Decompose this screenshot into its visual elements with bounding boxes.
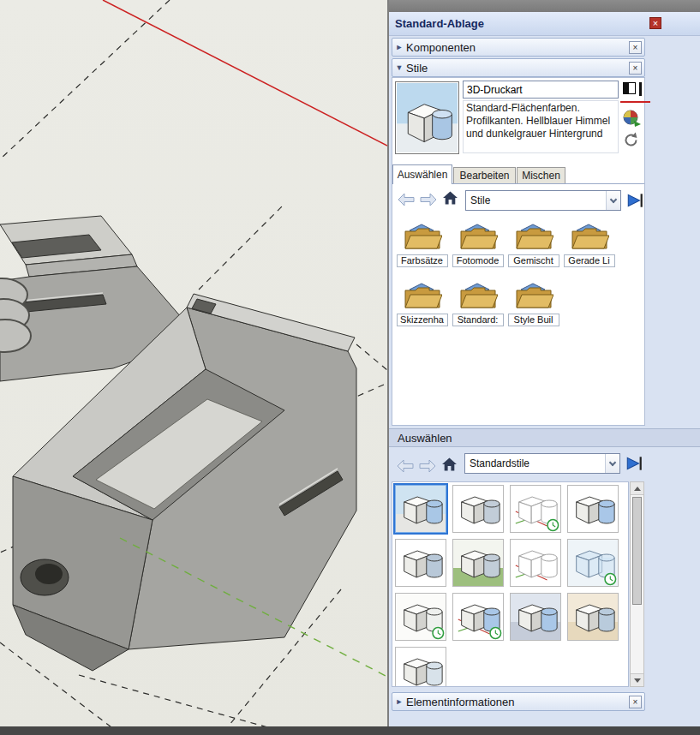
- triangle-down-icon: [634, 678, 641, 683]
- style-folder[interactable]: Standard:: [450, 279, 506, 326]
- style-thumbnail[interactable]: [567, 593, 619, 641]
- folder-icon: [514, 279, 553, 312]
- secondary-pane-toggle-bar: [639, 82, 642, 96]
- update-clock-icon: [490, 628, 501, 639]
- style-thumbnail-image: [453, 540, 503, 586]
- refresh-style-icon[interactable]: [622, 131, 640, 149]
- expand-arrow-icon: ►: [392, 43, 406, 51]
- style-thumbnail[interactable]: [452, 593, 504, 641]
- dropdown-value: Standardstile: [465, 457, 605, 469]
- style-thumbnail-image: [568, 486, 618, 532]
- chevron-down-icon[interactable]: [606, 191, 620, 210]
- style-thumbnail[interactable]: [395, 647, 446, 687]
- section-close-button[interactable]: ×: [629, 41, 642, 54]
- style-thumbnail-image: [453, 486, 503, 532]
- tab-bearbeiten[interactable]: Bearbeiten: [453, 167, 516, 183]
- current-style-preview[interactable]: [395, 81, 459, 154]
- dropdown-value: Stile: [466, 194, 606, 206]
- style-thumbnail-image: [568, 594, 618, 640]
- forward-button[interactable]: [418, 458, 437, 474]
- red-axis-line: [103, 0, 387, 146]
- red-axis-artifact: [620, 101, 650, 103]
- scroll-up-button[interactable]: [631, 482, 643, 495]
- back-button[interactable]: [397, 192, 416, 207]
- folder-icon: [403, 279, 442, 312]
- style-thumbnail-list: [392, 481, 629, 687]
- home-icon: [441, 457, 458, 472]
- tab-auswaehlen[interactable]: Auswählen: [392, 164, 452, 184]
- section-label: Elementinformationen: [406, 696, 514, 708]
- styles-collection-dropdown[interactable]: Stile: [465, 190, 621, 211]
- forward-button[interactable]: [419, 192, 438, 207]
- back-button[interactable]: [396, 458, 415, 474]
- folder-label: Skizzenha: [397, 314, 448, 326]
- home-button[interactable]: [441, 457, 458, 472]
- folder-label: Fotomode: [452, 254, 504, 267]
- 3d-viewport[interactable]: [0, 0, 387, 735]
- style-folder[interactable]: Skizzenha: [394, 279, 450, 326]
- tray-top-strip: [389, 0, 700, 12]
- style-folder[interactable]: Gemischt: [506, 220, 561, 267]
- update-clock-icon: [605, 574, 616, 585]
- details-arrow-button[interactable]: [625, 190, 644, 211]
- style-folder[interactable]: Gerade Li: [561, 220, 617, 267]
- update-clock-icon: [547, 520, 559, 531]
- section-bar-stile[interactable]: ▼ Stile ×: [392, 58, 645, 77]
- secondary-pane-toggle-icon[interactable]: [623, 82, 636, 94]
- standard-styles-dropdown[interactable]: Standardstile: [464, 453, 620, 474]
- folder-icon: [458, 279, 498, 312]
- triangle-up-icon: [634, 487, 641, 491]
- scrollbar-thumb[interactable]: [632, 497, 642, 605]
- style-thumbnail[interactable]: [567, 485, 619, 533]
- section-bar-elementinformationen[interactable]: ► Elementinformationen ×: [392, 692, 645, 711]
- default-tray-panel: Standard-Ablage × ► Komponenten × ▼ Stil…: [387, 0, 700, 735]
- home-button[interactable]: [442, 190, 458, 206]
- style-thumbnail-image: [511, 540, 560, 586]
- folder-icon: [403, 220, 442, 253]
- style-preview-image: [397, 83, 458, 152]
- details-arrow-button[interactable]: [625, 453, 643, 474]
- style-thumbnail[interactable]: [452, 539, 504, 587]
- style-folder[interactable]: Farbsätze: [394, 220, 450, 267]
- scroll-down-button[interactable]: [631, 673, 643, 686]
- style-folder-list: Farbsätze Fotomode Gemischt Gerade Li Sk…: [394, 220, 643, 326]
- style-thumbnail-image: [568, 540, 618, 586]
- style-folder[interactable]: Fotomode: [450, 220, 506, 267]
- style-thumbnail[interactable]: [452, 485, 504, 533]
- style-thumbnail[interactable]: [395, 539, 446, 587]
- style-name-input[interactable]: [463, 81, 619, 99]
- style-thumbnail-image: [396, 486, 446, 532]
- style-thumbnail[interactable]: [510, 593, 561, 641]
- style-thumbnail-image: [396, 648, 446, 687]
- style-thumbnail[interactable]: [567, 539, 619, 587]
- style-thumbnail[interactable]: [395, 485, 446, 533]
- folder-label: Standard:: [452, 314, 504, 326]
- spring-coil: [0, 278, 31, 352]
- tray-close-button[interactable]: ×: [649, 17, 661, 29]
- chevron-down-icon[interactable]: [605, 454, 619, 473]
- tab-mischen[interactable]: Mischen: [517, 167, 565, 183]
- section-close-button[interactable]: ×: [629, 62, 642, 75]
- model-canvas: [0, 0, 387, 735]
- expand-arrow-icon: ►: [392, 697, 406, 706]
- folder-icon: [514, 220, 553, 253]
- style-thumbnail[interactable]: [395, 593, 446, 641]
- folder-label: Gemischt: [508, 254, 559, 267]
- thumbnail-scrollbar[interactable]: [630, 481, 644, 687]
- style-thumbnail-image: [511, 486, 560, 532]
- style-thumbnail-image: [453, 594, 503, 640]
- secondary-pane-header: Auswählen: [389, 428, 700, 447]
- collapse-arrow-icon: ▼: [392, 63, 406, 72]
- sketchup-window: Standard-Ablage × ► Komponenten × ▼ Stil…: [0, 0, 700, 735]
- section-label: Stile: [406, 62, 428, 75]
- secondary-pane-title: Auswählen: [398, 432, 452, 445]
- tray-titlebar[interactable]: Standard-Ablage ×: [389, 12, 700, 36]
- create-style-icon[interactable]: [622, 109, 641, 128]
- style-thumbnail[interactable]: [510, 485, 561, 533]
- section-bar-komponenten[interactable]: ► Komponenten ×: [392, 38, 645, 57]
- folder-label: Gerade Li: [564, 254, 615, 267]
- section-close-button[interactable]: ×: [629, 696, 642, 708]
- style-thumbnail[interactable]: [510, 539, 561, 587]
- style-folder[interactable]: Style Buil: [506, 279, 561, 326]
- style-description: Standard-Flächenfarben. Profilkanten. He…: [463, 100, 619, 153]
